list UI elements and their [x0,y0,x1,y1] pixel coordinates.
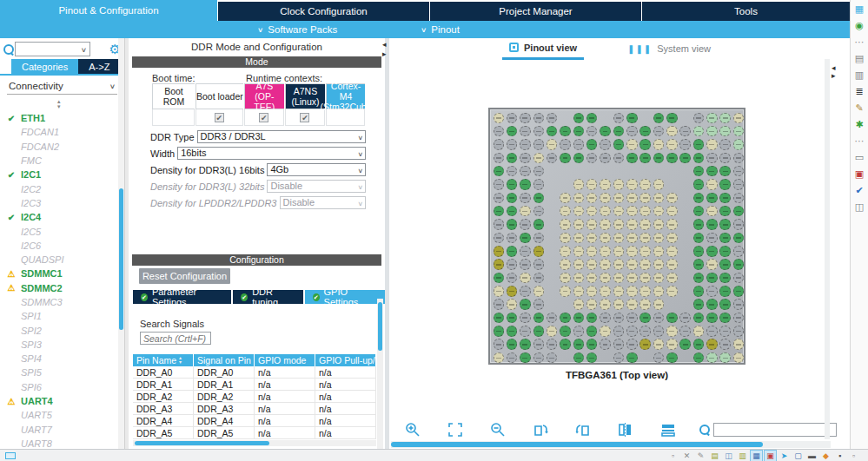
bga-ball[interactable] [733,139,745,150]
bga-ball[interactable] [586,233,598,244]
bga-ball[interactable] [666,352,678,364]
table-row[interactable]: DDR_A5DDR_A5n/an/a [133,427,376,439]
bga-ball[interactable] [586,246,598,257]
console-icon[interactable] [5,452,16,459]
printer-icon[interactable]: ▤ [852,51,867,66]
bga-ball[interactable] [666,153,678,164]
square-icon[interactable]: ▪ [834,451,845,461]
bga-ball[interactable] [693,339,705,350]
rotate-ccw-icon[interactable] [575,422,591,438]
bga-ball[interactable] [719,246,731,257]
bga-ball[interactable] [719,219,731,230]
bga-ball[interactable] [573,153,585,164]
bga-ball[interactable] [586,219,598,230]
dropdown-ddr-type[interactable]: DDR3 / DDR3L∨ [197,130,366,143]
tfbga361-package[interactable] [488,108,745,365]
bga-ball[interactable] [613,113,625,124]
bga-ball[interactable] [733,113,745,124]
bga-ball[interactable] [507,233,518,244]
sidebar-item-spi2[interactable]: SPI2 [0,323,118,337]
bga-ball[interactable] [494,339,505,350]
bga-ball[interactable] [626,206,638,217]
bga-ball[interactable] [613,233,625,244]
bga-ball[interactable] [494,352,505,364]
bga-ball[interactable] [586,113,598,124]
bga-ball[interactable] [560,246,571,257]
bga-ball[interactable] [666,193,678,204]
bga-ball[interactable] [706,153,718,164]
bga-ball[interactable] [586,286,598,297]
bga-ball[interactable] [653,352,665,364]
bga-ball[interactable] [547,126,558,137]
bga-ball[interactable] [586,193,598,204]
sidebar-item-fdcan1[interactable]: FDCAN1 [0,125,118,139]
bga-ball[interactable] [533,286,545,297]
bga-ball[interactable] [520,153,531,164]
bga-ball[interactable] [693,246,705,257]
bga-ball[interactable] [586,139,598,150]
bga-ball[interactable] [639,259,651,270]
bga-ball[interactable] [507,219,518,230]
bga-ball[interactable] [560,153,571,164]
pinout-search-input[interactable] [713,423,837,437]
bga-ball[interactable] [693,179,705,190]
bga-ball[interactable] [706,352,718,364]
bga-ball[interactable] [639,233,651,244]
bga-ball[interactable] [639,299,651,310]
bga-ball[interactable] [639,126,651,137]
bga-ball[interactable] [706,233,718,244]
main-tab-clock-configuration[interactable]: Clock Configuration [217,0,429,21]
bga-ball[interactable] [600,233,611,244]
sidebar-item-i2c4[interactable]: ✔I2C4 [0,210,118,224]
tab-a-to-z[interactable]: A->Z [78,59,120,74]
tab-system-view[interactable]: ❚❚❚ System view [620,41,718,60]
bga-ball[interactable] [679,139,691,150]
bga-ball[interactable] [600,126,611,137]
bga-ball[interactable] [733,166,745,177]
bga-ball[interactable] [639,153,651,164]
bga-ball[interactable] [507,113,518,124]
config-tab-gpio-settings[interactable]: ✔GPIO Settings [305,290,385,304]
bga-ball[interactable] [693,286,705,297]
bga-ball[interactable] [547,139,558,150]
bga-ball[interactable] [573,179,585,190]
dropdown-density-for-ddr3-l-16bits[interactable]: 4Gb∨ [267,163,366,176]
bga-ball[interactable] [719,313,731,324]
bga-ball[interactable] [560,286,571,297]
sidebar-item-eth1[interactable]: ✔ETH1 [0,111,118,125]
collapse-left-icon[interactable]: ◂ [382,40,387,49]
bga-ball[interactable] [653,299,665,310]
bga-ball[interactable] [626,299,638,310]
bga-ball[interactable] [639,246,651,257]
table-row[interactable]: DDR_A2DDR_A2n/an/a [133,391,376,403]
bga-ball[interactable] [520,206,531,217]
bga-ball[interactable] [573,299,585,310]
bga-ball[interactable] [507,139,518,150]
bga-ball[interactable] [639,139,651,150]
bga-ball[interactable] [626,339,638,350]
bga-ball[interactable] [613,193,625,204]
bga-ball[interactable] [586,206,598,217]
context-checkbox[interactable]: ✔ [215,113,224,122]
bga-ball[interactable] [693,326,705,337]
image-alert-icon[interactable]: ▣ [852,167,867,181]
bga-ball[interactable] [666,313,678,324]
bga-ball[interactable] [653,286,665,297]
column-header[interactable]: Pin Name▴▾ [133,354,194,366]
bga-ball[interactable] [613,126,625,137]
bga-ball[interactable] [494,153,505,164]
bga-ball[interactable] [693,193,705,204]
reset-configuration-button[interactable]: Reset Configuration [139,268,230,284]
bga-ball[interactable] [626,259,638,270]
bga-ball[interactable] [600,339,611,350]
bga-ball[interactable] [600,139,611,150]
bga-ball[interactable] [600,273,611,284]
bga-ball[interactable] [586,352,598,364]
bga-ball[interactable] [547,339,558,350]
sidebar-item-i2c1[interactable]: ✔I2C1 [0,168,118,181]
bga-ball[interactable] [706,339,718,350]
bga-ball[interactable] [626,219,638,230]
table-vertical-scrollbar[interactable] [377,299,383,449]
bga-ball[interactable] [733,326,745,337]
sidebar-item-fmc[interactable]: FMC [0,154,118,168]
